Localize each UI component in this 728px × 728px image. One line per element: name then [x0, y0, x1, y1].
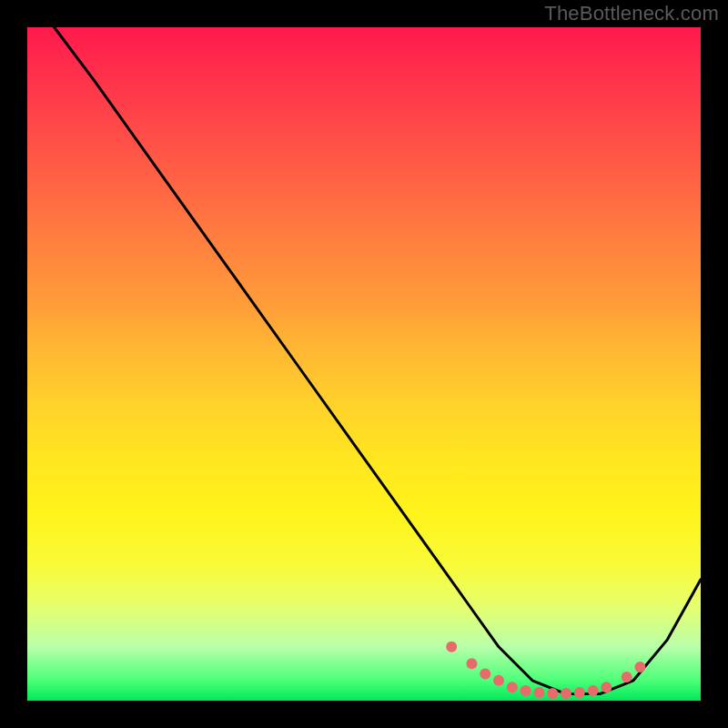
plot-area [27, 27, 701, 701]
marker-dot [480, 668, 490, 679]
marker-dot [493, 675, 504, 686]
marker-dot [574, 687, 585, 698]
marker-dot [622, 672, 632, 682]
chart-svg [27, 27, 701, 701]
marker-dot [601, 682, 612, 693]
marker-dot [561, 688, 571, 699]
marker-dot [588, 685, 599, 696]
highlight-markers [446, 642, 645, 699]
marker-dot [547, 688, 558, 699]
marker-dot [507, 682, 518, 693]
marker-dot [634, 662, 645, 672]
marker-dot [446, 642, 457, 652]
marker-dot [466, 658, 477, 669]
marker-dot [521, 685, 531, 696]
marker-dot [533, 687, 544, 698]
chart-frame: TheBottleneck.com [0, 0, 728, 728]
watermark-text: TheBottleneck.com [544, 2, 719, 25]
bottleneck-curve [55, 27, 701, 694]
